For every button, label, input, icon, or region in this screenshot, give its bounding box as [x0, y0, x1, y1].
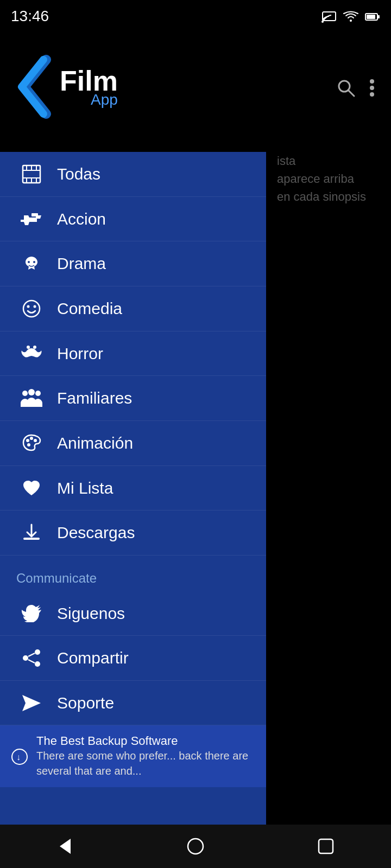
nav-drawer: Todas Accion Drama Comedia Horror Famili…: [0, 152, 266, 825]
menu-label-drama: Drama: [57, 254, 106, 273]
svg-rect-46: [319, 839, 333, 853]
film-icon: [16, 164, 46, 184]
ad-content: The Best Backup Software There are some …: [36, 734, 255, 778]
family-icon: [16, 388, 46, 409]
svg-point-31: [26, 439, 29, 442]
logo-text: Film App: [60, 67, 118, 107]
svg-rect-20: [31, 213, 38, 216]
ad-text: There are some who prefer... back there …: [36, 748, 255, 778]
svg-point-29: [28, 389, 35, 395]
status-icons: [321, 9, 380, 23]
nav-back-button[interactable]: [55, 837, 75, 856]
menu-label-familiares: Familiares: [57, 389, 132, 407]
svg-point-8: [370, 79, 374, 84]
share-icon: [16, 648, 46, 668]
menu-item-animacion[interactable]: Animación: [0, 421, 266, 466]
search-icon[interactable]: [336, 75, 356, 98]
menu-label-animacion: Animación: [57, 434, 133, 452]
logo: Film App: [16, 54, 118, 119]
svg-point-38: [35, 661, 40, 667]
menu-label-descargas: Descargas: [57, 524, 135, 542]
nav-recent-button[interactable]: [316, 837, 336, 856]
logo-app-label: App: [60, 92, 118, 107]
svg-rect-5: [377, 15, 380, 18]
send-icon: [16, 694, 46, 712]
svg-point-37: [23, 655, 28, 661]
ad-banner[interactable]: ↓ The Best Backup Software There are som…: [0, 725, 266, 787]
svg-point-26: [27, 346, 30, 349]
menu-label-horror: Horror: [57, 344, 103, 363]
svg-point-24: [27, 305, 29, 308]
menu-item-descargas[interactable]: Descargas: [0, 510, 266, 556]
bg-content: ista aparece arriba en cada sinopsis: [266, 141, 391, 216]
svg-rect-4: [367, 15, 375, 19]
wifi-icon: [343, 9, 358, 23]
svg-point-1: [321, 21, 324, 23]
svg-point-45: [188, 839, 203, 854]
bg-line2: aparece arriba: [277, 170, 380, 188]
svg-line-40: [28, 660, 35, 663]
twitter-icon: [16, 605, 46, 622]
nav-home-button[interactable]: [186, 837, 205, 856]
bg-line1: ista: [277, 152, 380, 170]
svg-point-21: [28, 261, 30, 263]
logo-film-label: Film: [60, 67, 118, 95]
more-options-icon[interactable]: [369, 75, 375, 98]
bg-line3: en cada sinopsis: [277, 188, 380, 206]
heart-icon: [16, 479, 46, 497]
menu-label-milista: Mi Lista: [57, 479, 113, 497]
menu-item-drama[interactable]: Drama: [0, 241, 266, 286]
svg-point-36: [35, 649, 40, 655]
menu-item-soporte[interactable]: Soporte: [0, 681, 266, 725]
svg-marker-41: [22, 695, 41, 711]
status-time: 13:46: [11, 8, 49, 25]
svg-point-30: [35, 391, 41, 396]
menu-label-soporte: Soporte: [57, 694, 114, 712]
svg-point-23: [23, 301, 40, 317]
palette-icon: [16, 433, 46, 454]
smile-icon: [16, 298, 46, 319]
status-bar: 13:46: [0, 0, 391, 33]
app-header: Film App: [0, 33, 391, 141]
header-actions: [336, 75, 375, 98]
cast-icon: [321, 9, 337, 23]
svg-point-22: [33, 261, 35, 263]
svg-rect-35: [23, 538, 40, 540]
svg-point-34: [27, 443, 30, 446]
svg-point-9: [370, 86, 374, 90]
svg-point-2: [350, 20, 352, 22]
menu-item-siguenos[interactable]: Siguenos: [0, 591, 266, 636]
svg-point-25: [33, 305, 36, 308]
communicate-section-header: Communicate: [0, 556, 266, 591]
menu-label-comedia: Comedia: [57, 299, 122, 318]
ad-icon: ↓: [11, 747, 28, 765]
svg-point-28: [22, 391, 28, 396]
menu-label-compartir: Compartir: [57, 649, 129, 667]
navigation-bar: [0, 825, 391, 868]
bat-icon: [16, 345, 46, 362]
svg-point-10: [370, 92, 374, 97]
download-icon: [16, 522, 46, 543]
battery-icon: [365, 9, 380, 23]
menu-item-comedia[interactable]: Comedia: [0, 286, 266, 331]
svg-text:↓: ↓: [16, 752, 21, 762]
logo-chevron-icon: [16, 54, 54, 119]
svg-point-27: [33, 346, 36, 349]
menu-item-compartir[interactable]: Compartir: [0, 636, 266, 681]
menu-item-horror[interactable]: Horror: [0, 331, 266, 376]
svg-point-32: [30, 437, 33, 440]
menu-item-accion[interactable]: Accion: [0, 197, 266, 241]
menu-item-milista[interactable]: Mi Lista: [0, 466, 266, 510]
menu-label-todas: Todas: [57, 165, 100, 183]
gun-icon: [16, 211, 46, 227]
ad-title: The Best Backup Software: [36, 734, 255, 748]
menu-label-siguenos: Siguenos: [57, 604, 125, 623]
svg-line-7: [348, 90, 354, 96]
menu-label-accion: Accion: [57, 210, 106, 228]
svg-line-39: [28, 653, 35, 656]
svg-point-33: [34, 439, 37, 442]
menu-item-familiares[interactable]: Familiares: [0, 376, 266, 421]
drama-icon: [16, 253, 46, 274]
menu-item-todas[interactable]: Todas: [0, 152, 266, 197]
svg-marker-44: [60, 839, 71, 854]
